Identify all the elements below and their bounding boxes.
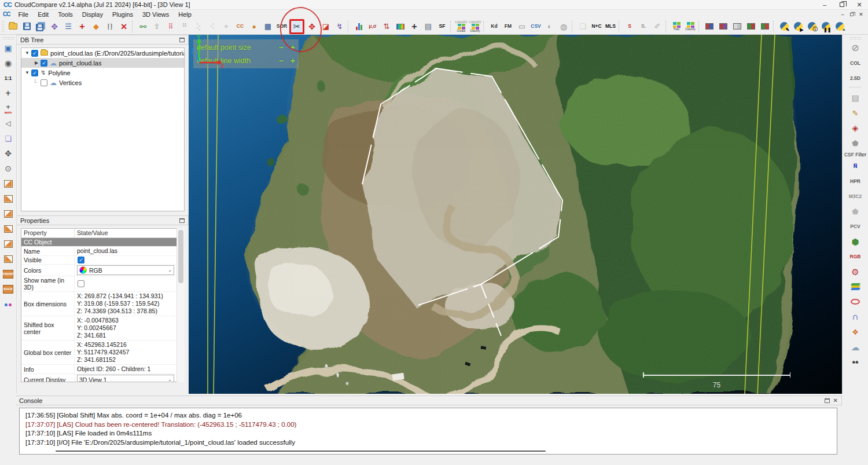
toolbar-drag-handle[interactable]: [1, 20, 5, 33]
view-top-icon[interactable]: [1, 177, 15, 191]
disable-filter-icon[interactable]: ⊘: [848, 41, 862, 55]
menu-display[interactable]: Display: [78, 10, 108, 19]
sf-arithmetic-icon[interactable]: ▤: [422, 20, 435, 33]
apply-transformation-icon[interactable]: ✥: [48, 20, 61, 33]
python-edit-icon[interactable]: ✎: [778, 20, 790, 33]
console-hscrollbar-thumb[interactable]: [56, 451, 546, 452]
sor-filter-icon[interactable]: SOR: [275, 20, 288, 33]
tree-node-point_cloud.las[interactable]: ▶✓☁point_cloud.las: [21, 58, 184, 68]
view-right-icon[interactable]: [1, 252, 15, 266]
save-icon[interactable]: [20, 20, 33, 33]
line-width-increase-button[interactable]: +: [290, 56, 295, 65]
view-back-icon[interactable]: [1, 222, 15, 236]
child-restore-button[interactable]: [847, 10, 856, 18]
fine-registration-icon[interactable]: ⇧: [150, 20, 163, 33]
save-all-icon[interactable]: [34, 20, 47, 33]
zoom-native-1-1-icon[interactable]: 1:1: [1, 71, 15, 85]
console-log[interactable]: [17:36:55] [Global Shift] Max abs. coord…: [19, 408, 837, 455]
stereo-mode-icon[interactable]: [1, 297, 15, 311]
child-window-icon[interactable]: CC: [3, 11, 10, 17]
normals-plus-curvature-icon[interactable]: N+C: [590, 20, 603, 33]
cloud-mesh-distance-icon[interactable]: ●: [248, 20, 260, 33]
child-minimize-button[interactable]: –: [838, 10, 847, 18]
facet-tool-2-icon[interactable]: [717, 20, 730, 33]
manual-classification-hand-icon[interactable]: ❖: [848, 325, 862, 339]
properties-list-icon[interactable]: ☰: [62, 20, 75, 33]
property-value[interactable]: X: 269.872 (-134.941 : 134.931)Y: 319.08…: [75, 292, 176, 316]
tree-expander[interactable]: ▼: [24, 50, 31, 56]
pick-rotation-center-icon[interactable]: +: [1, 86, 15, 100]
rgb-blob-icon[interactable]: RGB: [848, 250, 862, 263]
right-toolbar-drag-handle[interactable]: [849, 36, 861, 39]
noise-filter-icon[interactable]: ⢕: [192, 20, 205, 33]
point-size-increase-button[interactable]: +: [290, 43, 295, 52]
close-button[interactable]: ✕: [851, 0, 868, 9]
sensor-icon[interactable]: ⌖: [220, 20, 233, 33]
bubble-view-icon[interactable]: ❏: [1, 131, 15, 145]
3d-viewport[interactable]: default point size − + default line widt…: [189, 35, 842, 394]
convert-to-sf-icon[interactable]: SF: [436, 20, 448, 33]
masc-train-icon[interactable]: Train: [670, 20, 683, 33]
segment-scissors-icon[interactable]: ✂: [289, 19, 304, 34]
sphere-tool-icon[interactable]: ◐: [543, 20, 556, 33]
shield-tool-2-icon[interactable]: ⬟: [848, 204, 862, 218]
tree-node-point_cloud.las[interactable]: ▼✓point_cloud.las (E:/Dron/2025/ardusimp…: [21, 48, 184, 58]
line-width-decrease-button[interactable]: −: [279, 56, 284, 65]
menu-3d-views[interactable]: 3D Views: [138, 10, 174, 19]
label-connected-components-icon[interactable]: ⠪: [206, 20, 219, 33]
tree-visibility-checkbox[interactable]: ✓: [41, 60, 47, 67]
fullscreen-3d-view-icon[interactable]: ▣: [1, 41, 15, 55]
export-image-icon[interactable]: ▭: [516, 20, 528, 33]
tree-visibility-checkbox[interactable]: [41, 79, 47, 86]
property-value[interactable]: 3D View 1⌄: [75, 374, 176, 382]
view-front-icon[interactable]: [1, 207, 15, 221]
tree-visibility-checkbox[interactable]: ✓: [31, 50, 38, 57]
menu-help[interactable]: Help: [174, 10, 196, 19]
compute-normals-icon[interactable]: N⃗: [848, 159, 862, 173]
menu-file[interactable]: File: [13, 10, 33, 19]
facets-layers-icon[interactable]: [848, 280, 862, 294]
view-iso-front-icon[interactable]: FRONT: [1, 267, 15, 281]
poisson-reconstruction-icon[interactable]: ⬢: [848, 235, 862, 248]
show-histogram-icon[interactable]: [352, 20, 365, 33]
export-csv-icon[interactable]: CSV: [529, 20, 542, 33]
menu-plugins[interactable]: Plugins: [108, 10, 138, 19]
properties-scrollbar-thumb[interactable]: [178, 230, 183, 283]
zoom-magnifier-icon[interactable]: ⊙: [1, 162, 15, 175]
property-checkbox[interactable]: ✓: [78, 257, 84, 263]
add-constant-sf-icon[interactable]: +: [408, 20, 421, 33]
pan-view-icon[interactable]: ✥: [1, 147, 15, 160]
python-run-icon[interactable]: ▶: [792, 20, 804, 33]
facet-tool-3-icon[interactable]: [731, 20, 744, 33]
open-icon[interactable]: [6, 20, 19, 33]
property-value[interactable]: [75, 276, 176, 291]
property-value[interactable]: ✓: [75, 256, 176, 264]
octree-icon[interactable]: ⠛: [178, 20, 191, 33]
menu-tools[interactable]: Tools: [53, 10, 78, 19]
clean-brush-icon[interactable]: ✎: [848, 106, 862, 120]
mls-smoothing-icon[interactable]: MLS: [604, 20, 617, 33]
treeiso-icon[interactable]: ♣♣: [848, 355, 862, 369]
auto-pick-rotation-center-icon[interactable]: +auto: [1, 101, 15, 115]
animation-clapper-icon[interactable]: ▤: [848, 91, 862, 105]
python-console-icon[interactable]: »: [833, 20, 846, 33]
spline-tool-icon[interactable]: S: [623, 20, 636, 33]
property-value[interactable]: X: 452963.145216Y: 5117479.432457Z: 341.…: [75, 340, 176, 364]
facet-tool-1-icon[interactable]: [703, 20, 716, 33]
rotate-view-icon[interactable]: ◁: [1, 116, 15, 130]
tree-node-Vertices[interactable]: └☁Vertices: [21, 78, 184, 87]
masc-classify-icon[interactable]: Classify: [684, 20, 697, 33]
segment-bucket-icon[interactable]: ◆: [90, 20, 102, 33]
left-toolbar-drag-handle[interactable]: [2, 36, 14, 39]
globe-projection-icon[interactable]: ◍: [557, 20, 570, 33]
db-tree-undock-button[interactable]: [179, 38, 185, 42]
colorize-col-icon[interactable]: COL: [848, 56, 862, 70]
facet-tool-5-icon[interactable]: [759, 20, 771, 33]
compass-icon[interactable]: ◈: [848, 121, 862, 135]
property-value[interactable]: X: -0.00478363Y: 0.00245667Z: 341.681: [75, 316, 176, 340]
lasso-ellipse-icon[interactable]: [848, 295, 862, 309]
console-close-button[interactable]: ✕: [833, 398, 838, 404]
menu-edit[interactable]: Edit: [33, 10, 53, 19]
m3c2-icon[interactable]: M3C2: [848, 189, 862, 203]
magnet-tool-icon[interactable]: ∩: [848, 310, 862, 324]
